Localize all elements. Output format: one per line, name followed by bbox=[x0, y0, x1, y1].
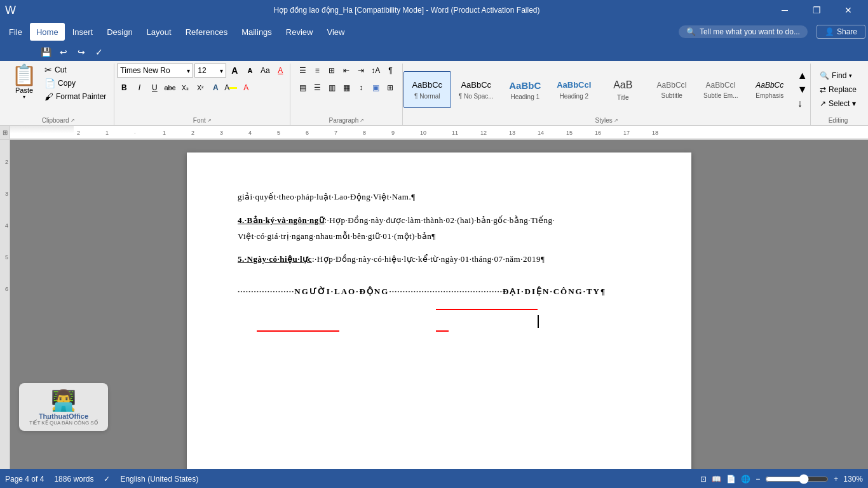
font-label[interactable]: Font ↗ bbox=[117, 116, 287, 125]
zoom-in-icon[interactable]: + bbox=[834, 475, 838, 484]
menu-home[interactable]: Home bbox=[30, 23, 65, 41]
undo-button[interactable]: ↩ bbox=[56, 44, 71, 60]
document-content: giải·quyết·theo·pháp·luật·Lao·Động·Việt·… bbox=[238, 191, 641, 332]
web-layout-icon[interactable]: 🌐 bbox=[741, 475, 750, 484]
menu-review[interactable]: Review bbox=[280, 23, 320, 41]
font-grow-button[interactable]: A bbox=[227, 64, 241, 78]
align-left-button[interactable]: ▤ bbox=[295, 81, 309, 95]
ruler-body: 2 1 · 1 2 3 4 5 6 7 8 9 10 11 12 13 14 1… bbox=[10, 126, 868, 139]
paragraph-label[interactable]: Paragraph ↗ bbox=[295, 116, 397, 125]
font-size-selector[interactable]: 12 ▾ bbox=[194, 64, 226, 78]
read-mode-icon[interactable]: 📖 bbox=[712, 475, 721, 484]
bullets-button[interactable]: ☰ bbox=[295, 64, 309, 78]
select-button[interactable]: ↗ Select ▾ bbox=[816, 97, 860, 110]
logo-title: ThuthuatOffice bbox=[24, 412, 103, 420]
menu-layout[interactable]: Layout bbox=[140, 23, 178, 41]
font-shrink-button[interactable]: A bbox=[243, 64, 257, 78]
style-emphasis[interactable]: AaBbCc Emphasis bbox=[746, 71, 794, 108]
shading-button[interactable]: ▣ bbox=[369, 81, 383, 95]
tell-me-input[interactable]: 🔍 Tell me what you want to do... bbox=[679, 25, 808, 38]
ruler: ⊞ 2 1 · 1 2 3 4 5 6 7 8 9 10 11 12 13 14… bbox=[0, 126, 868, 140]
styles-expand-icon: ↗ bbox=[614, 118, 618, 123]
text-effects-button[interactable]: A bbox=[208, 81, 222, 95]
borders-button[interactable]: ⊞ bbox=[383, 81, 397, 95]
show-hide-button[interactable]: ¶ bbox=[383, 64, 397, 78]
close-button[interactable]: ✕ bbox=[834, 0, 863, 20]
change-case-button[interactable]: Aa bbox=[258, 64, 272, 78]
styles-more-button[interactable]: ↓ bbox=[796, 97, 809, 111]
increase-indent-button[interactable]: ⇥ bbox=[354, 64, 368, 78]
share-button[interactable]: 👤 Share bbox=[817, 25, 865, 39]
sort-button[interactable]: ↕A bbox=[369, 64, 383, 78]
style-subtitle[interactable]: AaBbCcI Subtitle bbox=[648, 71, 696, 108]
format-painter-button[interactable]: 🖌 Format Painter bbox=[42, 90, 109, 103]
print-layout-icon[interactable]: 📄 bbox=[726, 475, 736, 484]
menu-design[interactable]: Design bbox=[100, 23, 139, 41]
check-button[interactable]: ✓ bbox=[92, 44, 107, 60]
clear-formatting-button[interactable]: A bbox=[273, 64, 287, 78]
style-normal[interactable]: AaBbCc ¶ Normal bbox=[403, 71, 451, 108]
style-heading1[interactable]: AaBbC Heading 1 bbox=[501, 71, 549, 108]
svg-text:·: · bbox=[134, 130, 136, 136]
strikethrough-button[interactable]: abc bbox=[163, 81, 177, 95]
style-no-space[interactable]: AaBbCc ¶ No Spac... bbox=[452, 71, 500, 108]
copy-button[interactable]: 📄 Copy bbox=[42, 77, 109, 90]
font-group: Times New Ro ▾ 12 ▾ A A Aa A B I U bbox=[114, 64, 290, 125]
svg-text:9: 9 bbox=[391, 130, 395, 136]
svg-text:2: 2 bbox=[191, 130, 194, 136]
find-button[interactable]: 🔍 Find ▾ bbox=[816, 69, 860, 82]
styles-scroll-up[interactable]: ▲ bbox=[796, 69, 809, 83]
style-title[interactable]: AaB Title bbox=[599, 71, 647, 108]
paste-button[interactable]: 📋 Paste ▾ bbox=[8, 64, 41, 101]
logo-sub: TIẾT KỂ QUA ĐÂN CÔNG SỐ bbox=[24, 420, 103, 426]
document-scroll-area[interactable]: giải·quyết·theo·pháp·luật·Lao·Động·Việt·… bbox=[10, 140, 868, 469]
font-name-selector[interactable]: Times New Ro ▾ bbox=[117, 64, 193, 78]
line-spacing-button[interactable]: ↕ bbox=[354, 81, 368, 95]
menu-insert[interactable]: Insert bbox=[66, 23, 100, 41]
styles-scroll-down[interactable]: ▼ bbox=[796, 83, 809, 97]
ruler-left-margin: ⊞ bbox=[0, 126, 10, 139]
italic-button[interactable]: I bbox=[132, 81, 146, 95]
svg-text:7: 7 bbox=[334, 130, 337, 136]
language-indicator[interactable]: English (United States) bbox=[120, 475, 198, 484]
style-subtle-em[interactable]: AaBbCcI Subtle Em... bbox=[697, 71, 745, 108]
svg-text:15: 15 bbox=[566, 130, 573, 136]
bold-button[interactable]: B bbox=[117, 81, 131, 95]
menu-references[interactable]: References bbox=[179, 23, 234, 41]
underline-button[interactable]: U bbox=[147, 81, 161, 95]
focus-mode-icon[interactable]: ⊡ bbox=[700, 475, 707, 484]
subscript-button[interactable]: X₂ bbox=[178, 81, 192, 95]
find-icon: 🔍 bbox=[820, 71, 829, 80]
align-center-button[interactable]: ☰ bbox=[310, 81, 324, 95]
cut-button[interactable]: ✂ Cut bbox=[42, 64, 109, 76]
clipboard-label[interactable]: Clipboard ↗ bbox=[8, 116, 109, 125]
restore-button[interactable]: ❐ bbox=[802, 0, 831, 20]
style-heading2[interactable]: AaBbCcI Heading 2 bbox=[550, 71, 598, 108]
zoom-out-icon[interactable]: − bbox=[756, 475, 760, 484]
highlight-color-button[interactable]: A bbox=[224, 81, 238, 95]
zoom-slider[interactable] bbox=[765, 474, 829, 484]
svg-text:6: 6 bbox=[306, 130, 309, 136]
font-color-button[interactable]: A bbox=[239, 81, 253, 95]
minimize-button[interactable]: ─ bbox=[770, 0, 799, 20]
numbering-button[interactable]: ≡ bbox=[310, 64, 324, 78]
replace-button[interactable]: ⇄ Replace bbox=[816, 83, 860, 96]
multilevel-button[interactable]: ⊞ bbox=[325, 64, 339, 78]
signature-section: ····················· NGƯỜI·LAO·ĐỘNG ···… bbox=[238, 285, 641, 332]
spell-check-icon[interactable]: ✓ bbox=[104, 475, 110, 484]
redo-button[interactable]: ↪ bbox=[74, 44, 89, 60]
decrease-indent-button[interactable]: ⇤ bbox=[339, 64, 353, 78]
word-count: 1886 words bbox=[54, 475, 93, 484]
menu-mailings[interactable]: Mailings bbox=[235, 23, 278, 41]
superscript-button[interactable]: X² bbox=[193, 81, 207, 95]
styles-label[interactable]: Styles ↗ bbox=[408, 116, 805, 125]
document-container: 2 3 4 5 6 giải·quyết·theo·pháp·luật·Lao·… bbox=[0, 140, 868, 469]
align-right-button[interactable]: ▥ bbox=[325, 81, 339, 95]
svg-text:8: 8 bbox=[363, 130, 366, 136]
svg-text:10: 10 bbox=[420, 130, 426, 136]
menu-view[interactable]: View bbox=[320, 23, 351, 41]
save-qa-button[interactable]: 💾 bbox=[38, 44, 53, 60]
menu-file[interactable]: File bbox=[3, 23, 29, 41]
justify-button[interactable]: ▦ bbox=[339, 81, 353, 95]
editing-label[interactable]: Editing bbox=[816, 116, 860, 125]
